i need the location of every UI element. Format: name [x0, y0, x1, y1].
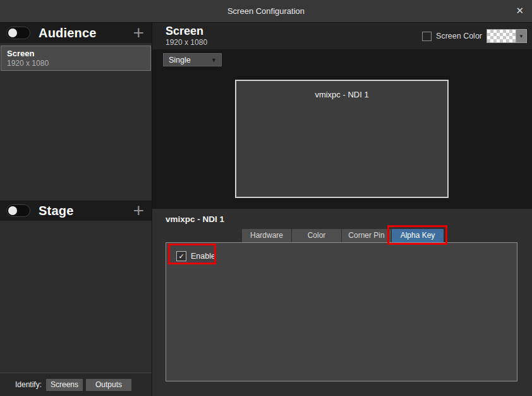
add-stage-screen-icon[interactable]: +: [133, 202, 144, 219]
screen-color-checkbox[interactable]: [422, 32, 432, 41]
identify-outputs-button[interactable]: Outputs: [86, 379, 131, 391]
toggle-knob: [8, 28, 17, 37]
stage-label: Stage: [39, 204, 73, 218]
screen-color-group: Screen Color ▼: [422, 23, 527, 49]
title-bar: Screen Configuration ✕: [0, 0, 532, 23]
close-icon[interactable]: ✕: [516, 0, 524, 23]
audience-screen-list: Screen 1920 x 1080: [0, 46, 152, 201]
tab-hardware[interactable]: Hardware: [242, 229, 291, 242]
input-section-title: vmixpc - NDI 1: [166, 214, 224, 224]
sidebar: Audience + Screen 1920 x 1080 Stage + Id…: [0, 23, 152, 396]
identify-label: Identify:: [15, 380, 42, 389]
tab-corner-pin[interactable]: Corner Pin: [342, 229, 391, 242]
stage-toggle[interactable]: [6, 204, 30, 217]
screen-item-resolution: 1920 x 1080: [7, 59, 150, 68]
audience-toggle[interactable]: [6, 27, 30, 39]
preview-input-label: vmixpc - NDI 1: [236, 90, 447, 99]
layout-select-value: Single: [164, 56, 211, 65]
screen-color-picker[interactable]: ▼: [487, 29, 527, 43]
transparent-color-swatch: [487, 30, 516, 42]
audience-label: Audience: [39, 26, 97, 40]
main-panel: Screen 1920 x 1080 Screen Color ▼ Single…: [152, 23, 532, 396]
toggle-knob: [8, 206, 17, 215]
screen-item-name: Screen: [7, 48, 150, 59]
enable-checkbox[interactable]: ✓: [176, 251, 186, 261]
identify-bar: Identify: Screens Outputs: [0, 373, 152, 396]
screen-configuration-dialog: Screen Configuration ✕ Audience + Screen…: [0, 0, 532, 396]
enable-label: Enable: [191, 252, 215, 261]
tab-color[interactable]: Color: [292, 229, 341, 242]
enable-row: ✓ Enable: [176, 251, 215, 261]
dialog-title: Screen Configuration: [0, 0, 532, 23]
chevron-down-icon[interactable]: ▼: [516, 30, 526, 42]
add-audience-screen-icon[interactable]: +: [133, 25, 144, 41]
screen-resolution: 1920 x 1080: [166, 38, 207, 47]
stage-screen-list: [0, 221, 152, 374]
main-header: Screen 1920 x 1080 Screen Color ▼: [152, 23, 532, 49]
alpha-key-tab-panel: ✓ Enable: [166, 242, 517, 381]
screen-list-item[interactable]: Screen 1920 x 1080: [1, 46, 151, 71]
chevron-down-icon: ▼: [211, 57, 221, 63]
layout-select[interactable]: Single ▼: [163, 53, 222, 66]
screen-color-label: Screen Color: [436, 32, 482, 40]
screen-preview[interactable]: vmixpc - NDI 1: [235, 80, 449, 198]
screen-title: Screen: [166, 24, 203, 38]
stage-section-header: Stage +: [0, 201, 152, 221]
audience-section-header: Audience +: [0, 23, 152, 43]
identify-screens-button[interactable]: Screens: [46, 379, 83, 391]
tab-alpha-key[interactable]: Alpha Key: [392, 229, 444, 242]
input-settings-section: vmixpc - NDI 1 Hardware Color Corner Pin…: [152, 209, 532, 396]
settings-tab-bar: Hardware Color Corner Pin Alpha Key: [242, 229, 444, 242]
